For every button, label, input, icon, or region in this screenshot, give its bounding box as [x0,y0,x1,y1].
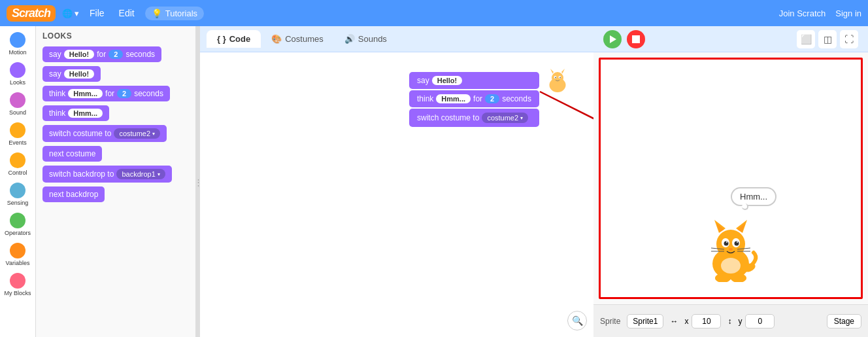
code-icon: { } [217,34,226,44]
category-looks[interactable]: Looks [0,60,35,88]
block-next-backdrop[interactable]: next backdrop [42,186,105,202]
svg-point-23 [737,241,738,243]
costumes-icon: 🎨 [271,34,282,44]
fullscreen-button[interactable]: ⛶ [840,30,858,48]
view-controls: ⬜ ◫ ⛶ [797,30,858,48]
script-canvas[interactable]: say Hello! think Hmm... for 2 seconds sw… [200,52,593,337]
block-switch-backdrop[interactable]: switch backdrop to backdrop1 ▾ [42,166,172,183]
zoom-button[interactable]: 🔍 [567,311,587,330]
globe-arrow: ▾ [75,9,79,18]
tutorials-button[interactable]: 💡 Tutorials [145,7,204,20]
script-say-hello[interactable]: say Hello! [409,72,539,89]
block-think-for-seconds[interactable]: think Hmm... for 2 seconds [42,86,170,101]
scratch-logo[interactable]: Scratch [7,5,56,22]
y-input[interactable]: 0 [745,314,775,328]
main-area: Motion Looks Sound Events Control Sensin… [0,26,868,337]
tab-costumes[interactable]: 🎨 Costumes [261,30,334,48]
arrows-icon: ↔ [670,317,678,326]
preview-area: ⬜ ◫ ⛶ Hmm... [593,26,868,337]
script-stack: say Hello! think Hmm... for 2 seconds sw… [409,72,539,127]
sounds-icon: 🔊 [344,34,355,44]
tabs-row: { } Code 🎨 Costumes 🔊 Sounds [200,26,593,52]
tab-code[interactable]: { } Code [207,30,261,48]
sign-in-link[interactable]: Sign in [835,9,861,18]
svg-point-24 [729,248,733,251]
language-selector[interactable]: 🌐 ▾ [62,9,79,18]
sprite-label: Sprite [600,317,620,326]
script-think-hmm-for[interactable]: think Hmm... for 2 seconds [409,90,539,107]
svg-point-6 [555,77,556,79]
sprite-name-input[interactable]: Sprite1 [627,314,663,328]
y-label: y [738,317,742,326]
mini-cat-sprite [541,65,574,100]
svg-point-13 [716,230,745,258]
script-section: { } Code 🎨 Costumes 🔊 Sounds [200,26,593,337]
stop-button[interactable] [627,30,645,48]
speech-bubble: Hmm... [731,187,776,206]
scratch-cat: Hmm... [698,210,763,284]
blocks-category-header: LOOKS [36,26,195,43]
category-sensing[interactable]: Sensing [0,180,35,209]
x-label: x [684,317,688,326]
file-menu[interactable]: File [86,8,108,18]
category-operators[interactable]: Operators [0,210,35,239]
x-input[interactable]: 10 [692,314,721,328]
svg-point-7 [559,77,561,79]
block-switch-costume[interactable]: switch costume to costume2 ▾ [42,125,167,142]
sprite-info-bar: Sprite Sprite1 ↔ x 10 ↕ y 0 Stage [593,304,868,337]
tab-sounds[interactable]: 🔊 Sounds [334,30,397,48]
script-switch-costume[interactable]: switch costume to costume2 ▾ [409,109,539,127]
cat-sprite [698,210,763,282]
svg-point-21 [735,241,739,246]
svg-point-20 [724,241,729,246]
stage-area: Hmm... [599,58,863,299]
svg-point-1 [552,72,563,84]
svg-point-32 [721,258,741,274]
block-next-costume[interactable]: next costume [42,146,102,162]
preview-controls: ⬜ ◫ ⛶ [593,26,868,52]
normal-view-button[interactable]: ⬜ [797,30,815,48]
category-motion[interactable]: Motion [0,29,35,58]
edit-menu[interactable]: Edit [115,8,139,18]
bulb-icon: 💡 [152,9,162,18]
svg-rect-11 [632,35,640,43]
block-think[interactable]: think Hmm... [42,105,109,121]
category-control[interactable]: Control [0,150,35,179]
blocks-list: say Hello! for 2 seconds say Hello! thin… [36,43,195,337]
x-coord-group: x 10 [684,314,721,328]
category-sidebar: Motion Looks Sound Events Control Sensin… [0,26,36,337]
category-events[interactable]: Events [0,120,35,149]
category-myblocks[interactable]: My Blocks [0,270,35,299]
category-sound[interactable]: Sound [0,90,35,118]
svg-marker-3 [561,69,565,74]
y-coord-group: y 0 [738,314,775,328]
stage-label: Stage [827,314,861,328]
block-say-for-seconds[interactable]: say Hello! for 2 seconds [42,46,161,62]
svg-marker-10 [610,35,616,43]
nav-right: Join Scratch Sign in [779,9,861,18]
block-say[interactable]: say Hello! [42,66,101,82]
big-stage-button[interactable]: ◫ [818,30,837,48]
green-flag-button[interactable] [603,30,622,48]
updown-icon: ↕ [727,317,731,326]
svg-marker-2 [550,69,554,74]
globe-icon: 🌐 [62,9,73,18]
join-scratch-link[interactable]: Join Scratch [779,9,826,18]
svg-line-9 [540,92,593,196]
svg-point-22 [726,241,727,243]
category-variables[interactable]: Variables [0,240,35,269]
blocks-panel: LOOKS say Hello! for 2 seconds say Hello… [36,26,196,337]
top-navigation: Scratch 🌐 ▾ File Edit 💡 Tutorials Join S… [0,0,868,26]
